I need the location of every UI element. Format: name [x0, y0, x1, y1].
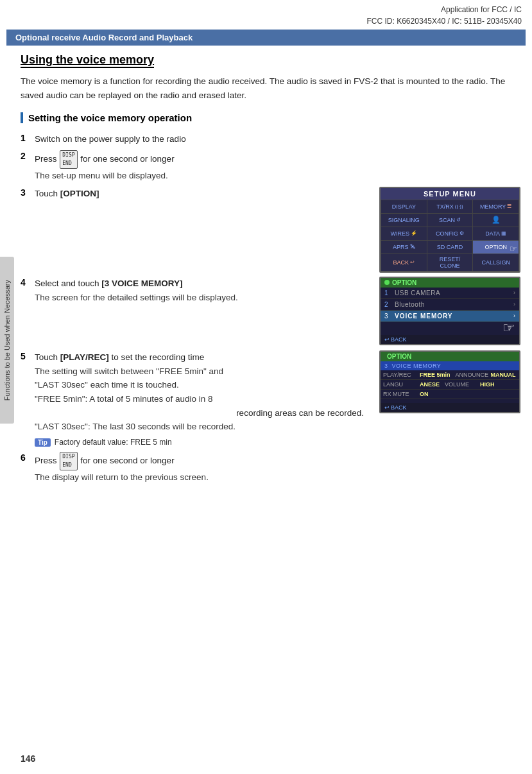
vm-row-3: RX MUTE ON — [381, 390, 519, 399]
step-4-row: 4 Select and touch [3 VOICE MEMORY] The … — [21, 277, 520, 347]
step-5-sub4: "LAST 30sec": The last 30 seconds will b… — [35, 420, 369, 434]
step-5: 5 Touch [PLAY/REC] to set the recording … — [21, 350, 369, 434]
step-2-content: Press DISPEND for one second or longer T… — [35, 150, 520, 183]
menu-option: OPTION ☞ — [473, 241, 519, 254]
vm-back-bar: ↩ BACK — [381, 403, 519, 412]
vm-langu-value: ANESE — [420, 381, 440, 388]
step-5-sub3: "FREE 5min": A total of 5 minutes of aud… — [35, 392, 369, 406]
vm-announce-label: ANNOUNCE — [456, 372, 491, 378]
step-4-screen: OPTION 1 USB CAMERA › 2 Bluetooth › 3 — [379, 277, 520, 345]
step-5-content: Touch [PLAY/REC] to set the recording ti… — [35, 350, 369, 434]
step-1: 1 Switch on the power supply to the radi… — [21, 132, 520, 146]
vm-title-text: OPTION — [387, 353, 411, 360]
step-4-content: Select and touch [3 VOICE MEMORY] The sc… — [35, 277, 369, 304]
vm-playrec-value: FREE 5min — [420, 372, 450, 378]
menu-memory: MEMORY ☰ — [473, 200, 519, 213]
menu-signaling: SIGNALING — [381, 214, 427, 227]
vm-title-bar: OPTION — [381, 352, 519, 361]
header-line2: FCC ID: K6620345X40 / IC: 511B- 20345X40 — [10, 15, 522, 27]
menu-data: DATA ▦ — [473, 227, 519, 240]
option-row-2: 2 Bluetooth › — [381, 299, 519, 311]
menu-user: 👤 — [473, 214, 519, 227]
step-4-left: 4 Select and touch [3 VOICE MEMORY] The … — [21, 277, 369, 347]
step-3-number: 3 — [21, 187, 35, 198]
vm-row-1: PLAY/REC FREE 5min ANNOUNCE MANUAL — [381, 370, 519, 380]
step-4-number: 4 — [21, 277, 35, 288]
tip-text: Factory default value: FREE 5 min — [55, 438, 172, 447]
option-row-2-arrow: › — [513, 301, 515, 307]
step-3-content: Touch [OPTION] — [35, 187, 369, 201]
vm-announce-value: MANUAL — [491, 372, 516, 378]
setup-menu-title: SETUP MENU — [381, 188, 519, 200]
vm-volume-value: HIGH — [480, 381, 495, 388]
menu-scan: SCAN ↺ — [427, 214, 473, 227]
menu-reset-clone: RESET/CLONE — [427, 254, 473, 271]
vm-back-icon: ↩ — [384, 404, 390, 411]
step-3: 3 Touch [OPTION] — [21, 187, 369, 201]
menu-config: CONFIG ⚙ — [427, 227, 473, 240]
step-4-sub: The screen for the detailed settings wil… — [35, 291, 369, 305]
vm-rxmute-value: ON — [420, 391, 429, 397]
step-5-screen: OPTION 3 VOICE MEMORY PLAY/REC FREE 5min… — [379, 350, 520, 413]
sidebar: Functions to be Used when Necessary — [0, 257, 14, 424]
step-3-screen: SETUP MENU DISPLAY TX/RX ((·)) MEMORY ☰ … — [379, 187, 520, 273]
header-line1: Application for FCC / IC — [10, 4, 522, 15]
vm-screen: OPTION 3 VOICE MEMORY PLAY/REC FREE 5min… — [379, 350, 520, 413]
step-5-left: 5 Touch [PLAY/REC] to set the recording … — [21, 350, 369, 488]
header: Application for FCC / IC FCC ID: K662034… — [0, 0, 532, 30]
option-back-icon: ↩ — [384, 336, 390, 343]
menu-back: BACK ↩ — [381, 254, 427, 271]
option-row-3-arrow: › — [513, 313, 515, 319]
step-2-sub: The set-up menu will be displayed. — [35, 169, 520, 183]
option-row-3-num: 3 — [384, 313, 391, 320]
disp-key-icon: DISPEND — [60, 150, 77, 169]
option-row-3-label: VOICE MEMORY — [395, 313, 513, 320]
main-content: Using the voice memory The voice memory … — [0, 53, 532, 488]
option-title-text: OPTION — [392, 279, 416, 286]
option-row-1-arrow: › — [513, 289, 515, 296]
setup-menu-screen: SETUP MENU DISPLAY TX/RX ((·)) MEMORY ☰ … — [379, 187, 520, 273]
option-row-1-label: USB CAMERA — [395, 289, 513, 297]
menu-wires: WIRES ⚡ — [381, 227, 427, 240]
step-6-number: 6 — [21, 452, 35, 463]
option-row-3: 3 VOICE MEMORY › — [381, 311, 519, 322]
menu-callsign: CALLSIGN — [473, 254, 519, 271]
step-3-left: 3 Touch [OPTION] — [21, 187, 369, 256]
step-3-row: 3 Touch [OPTION] SETUP MENU DISPLAY TX/R… — [21, 187, 520, 273]
vm-rxmute-label: RX MUTE — [383, 391, 418, 397]
tip-badge: Tip — [35, 438, 51, 447]
option-screen: OPTION 1 USB CAMERA › 2 Bluetooth › 3 — [379, 277, 520, 345]
option-back-label: BACK — [391, 336, 407, 343]
option-row-2-num: 2 — [384, 301, 391, 308]
step-5-number: 5 — [21, 350, 35, 361]
option-row-1-num: 1 — [384, 289, 391, 297]
menu-display: DISPLAY — [381, 200, 427, 213]
option-row-1: 1 USB CAMERA › — [381, 288, 519, 299]
menu-aprs: APRS 🛰 — [381, 241, 427, 254]
intro-text: The voice memory is a function for recor… — [21, 74, 520, 102]
step-6-content: Press DISPEND for one second or longer T… — [35, 452, 369, 485]
option-row-2-label: Bluetooth — [395, 301, 513, 308]
setup-menu-grid: DISPLAY TX/RX ((·)) MEMORY ☰ SIGNALING S… — [381, 200, 519, 271]
page-title: Using the voice memory — [21, 53, 154, 68]
section-banner: Optional receive Audio Record and Playba… — [6, 30, 526, 46]
step-5-sub3b: recording areas can be recorded. — [35, 406, 364, 420]
step-6-sub: The display will return to the previous … — [35, 470, 369, 485]
step-5-row: 5 Touch [PLAY/REC] to set the recording … — [21, 350, 520, 488]
step-6: 6 Press DISPEND for one second or longer… — [21, 452, 369, 485]
vm-row-2: LANGU ANESE VOLUME HIGH — [381, 380, 519, 390]
vm-playrec-label: PLAY/REC — [383, 372, 418, 378]
menu-txrx: TX/RX ((·)) — [427, 200, 473, 213]
step-2-number: 2 — [21, 150, 35, 161]
vm-subtitle: 3 VOICE MEMORY — [381, 361, 519, 370]
vm-langu-label: LANGU — [383, 381, 418, 388]
vm-back-label: BACK — [391, 404, 407, 411]
menu-sdcard: SD CARD — [427, 241, 473, 254]
step-5-sub2: "LAST 30sec" each time it is touched. — [35, 378, 369, 392]
option-title-bar: OPTION — [381, 278, 519, 288]
step-1-number: 1 — [21, 132, 35, 143]
step-1-content: Switch on the power supply to the radio — [35, 132, 520, 146]
page-number: 146 — [21, 753, 35, 764]
tip-box: Tip Factory default value: FREE 5 min — [35, 438, 369, 447]
vm-volume-label: VOLUME — [445, 381, 480, 388]
